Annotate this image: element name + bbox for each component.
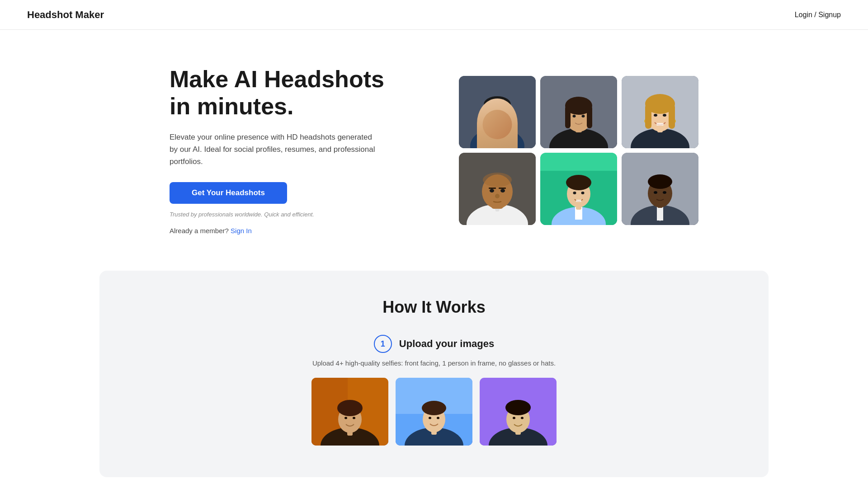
svg-point-60: [654, 191, 657, 194]
svg-point-76: [422, 401, 446, 415]
svg-point-7: [491, 114, 494, 117]
headshot-3: [622, 76, 698, 148]
cta-button[interactable]: Get Your Headshots: [170, 182, 287, 204]
app-logo: Headshot Maker: [27, 9, 104, 21]
already-member-text: Already a member? Sign In: [170, 227, 405, 235]
sample-image-3: [480, 378, 557, 446]
how-it-works-container: How It Works 1 Upload your images Upload…: [99, 271, 769, 477]
headshot-grid: [459, 76, 698, 225]
svg-point-84: [505, 400, 531, 415]
step-1: 1 Upload your images Upload 4+ high-qual…: [127, 335, 741, 446]
headshot-1: [459, 76, 536, 148]
how-it-works-section: How It Works 1 Upload your images Upload…: [0, 271, 868, 477]
svg-rect-40: [489, 188, 496, 189]
svg-point-37: [483, 173, 512, 187]
sign-in-link[interactable]: Sign In: [231, 227, 252, 235]
hero-title: Make AI Headshots in minutes.: [170, 66, 405, 120]
headshot-4: [459, 153, 536, 225]
svg-rect-28: [669, 104, 675, 129]
svg-point-5: [484, 102, 511, 133]
svg-point-17: [573, 115, 576, 117]
svg-rect-41: [499, 188, 506, 189]
svg-point-68: [337, 400, 363, 416]
svg-point-49: [566, 175, 591, 190]
step-1-title: Upload your images: [399, 338, 494, 350]
svg-rect-31: [656, 123, 664, 126]
svg-point-8: [500, 114, 504, 117]
svg-point-6: [484, 96, 511, 113]
svg-point-1: [470, 128, 524, 148]
headshot-5: [540, 153, 617, 225]
svg-rect-15: [565, 106, 571, 128]
step-1-description: Upload 4+ high-quality selfies: front fa…: [312, 358, 556, 369]
step-1-header: 1 Upload your images: [374, 335, 494, 353]
svg-rect-52: [576, 200, 581, 202]
hiw-title: How It Works: [127, 298, 741, 317]
svg-point-39: [500, 189, 505, 192]
svg-point-30: [663, 114, 666, 117]
svg-point-70: [353, 417, 355, 419]
trusted-text: Trusted by professionals worldwide. Quic…: [170, 211, 405, 218]
hero-subtitle: Elevate your online presence with HD hea…: [170, 131, 377, 168]
login-signup-button[interactable]: Login / Signup: [795, 11, 841, 19]
headshot-2: [540, 76, 617, 148]
svg-rect-27: [645, 104, 651, 129]
svg-point-18: [582, 115, 585, 117]
svg-point-78: [437, 417, 439, 419]
svg-point-38: [490, 189, 494, 192]
svg-point-86: [521, 417, 524, 419]
step-1-number: 1: [374, 335, 392, 353]
svg-point-29: [654, 114, 657, 117]
svg-point-85: [513, 417, 515, 419]
svg-rect-16: [587, 106, 592, 128]
svg-point-2: [489, 130, 505, 148]
svg-marker-3: [495, 129, 500, 146]
svg-point-69: [344, 417, 347, 419]
hero-left-content: Make AI Headshots in minutes. Elevate yo…: [170, 66, 405, 235]
hero-section: Make AI Headshots in minutes. Elevate yo…: [0, 30, 868, 271]
sample-image-2: [396, 378, 472, 446]
svg-point-50: [573, 192, 576, 194]
navbar: Headshot Maker Login / Signup: [0, 0, 868, 30]
svg-point-9: [496, 118, 499, 122]
svg-point-59: [648, 174, 672, 189]
sample-image-1: [311, 378, 388, 446]
headshot-6: [622, 153, 698, 225]
svg-rect-0: [459, 76, 536, 148]
svg-point-77: [429, 417, 431, 419]
svg-point-42: [495, 194, 500, 198]
svg-point-51: [581, 192, 585, 194]
sample-images-row: [311, 378, 557, 446]
svg-point-61: [663, 191, 666, 194]
svg-rect-4: [494, 123, 501, 132]
